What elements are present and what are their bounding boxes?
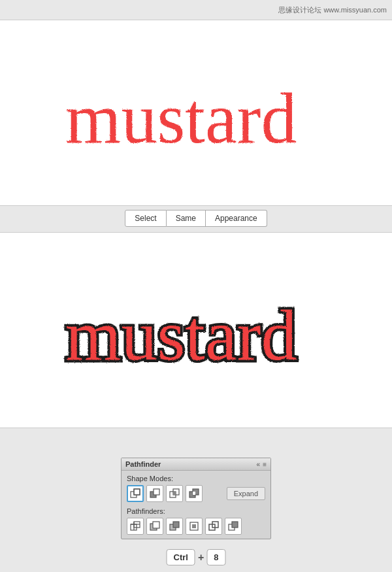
expand-button[interactable]: Expand	[227, 487, 265, 500]
plus-symbol: +	[198, 552, 204, 564]
pathfinder-body: Shape Modes:	[122, 471, 270, 539]
panel-menu-icon[interactable]: ≡	[263, 461, 267, 468]
pathfinders-label: Pathfinders:	[127, 507, 265, 515]
trim-icon	[150, 521, 160, 531]
mustard-text-2: mustard mustard	[33, 258, 359, 402]
intersect-icon	[169, 488, 180, 499]
pathfinder-titlebar: Pathfinder « ≡	[122, 458, 270, 471]
merge-button[interactable]	[166, 518, 183, 535]
canvas-panel-1: mustard	[0, 20, 392, 206]
svg-rect-24	[232, 522, 238, 528]
intersect-button[interactable]	[166, 485, 183, 502]
mustard-text-1: mustard	[33, 48, 359, 178]
canvas-panel-2: mustard mustard	[0, 232, 392, 428]
outline-button[interactable]	[205, 518, 222, 535]
pathfinder-panel: Pathfinder « ≡ Shape Modes:	[121, 458, 271, 539]
svg-rect-16	[153, 522, 159, 528]
pathfinders-row	[127, 518, 265, 535]
svg-rect-20	[192, 524, 196, 528]
outline-icon	[208, 521, 219, 531]
svg-rect-7	[173, 492, 176, 495]
minus-back-icon	[228, 521, 238, 531]
collapse-icon[interactable]: «	[257, 461, 261, 468]
toolbar-bar: Select Same Appearance	[0, 206, 392, 231]
appearance-button[interactable]: Appearance	[206, 210, 267, 227]
titlebar-controls: « ≡	[257, 461, 267, 468]
svg-rect-18	[173, 522, 179, 528]
pathfinder-title: Pathfinder	[125, 460, 161, 468]
svg-rect-1	[134, 489, 140, 495]
mustard-word-1: mustard	[65, 78, 297, 158]
svg-rect-10	[193, 492, 195, 495]
shape-modes-row: Expand	[127, 485, 265, 502]
divide-icon	[130, 521, 140, 531]
divide-button[interactable]	[127, 518, 144, 535]
watermark: 思缘设计论坛 www.missyuan.com	[278, 5, 387, 15]
exclude-icon	[189, 488, 199, 499]
unite-icon	[130, 488, 140, 499]
unite-button[interactable]	[127, 485, 144, 502]
shape-modes-label: Shape Modes:	[127, 475, 265, 482]
exclude-button[interactable]	[186, 485, 203, 502]
crop-button[interactable]	[186, 518, 203, 535]
mustard-fill-2: mustard	[65, 295, 297, 375]
minus-front-button[interactable]	[146, 485, 163, 502]
crop-icon	[189, 521, 199, 531]
num-key: 8	[206, 549, 225, 565]
same-button[interactable]: Same	[167, 210, 206, 227]
merge-icon	[169, 521, 180, 531]
shortcut-bar: Ctrl + 8	[167, 549, 226, 565]
minus-front-icon	[150, 488, 160, 499]
minus-back-button[interactable]	[225, 518, 242, 535]
ctrl-key: Ctrl	[167, 549, 195, 565]
svg-rect-4	[154, 489, 159, 495]
select-button[interactable]: Select	[125, 210, 166, 227]
trim-button[interactable]	[146, 518, 163, 535]
